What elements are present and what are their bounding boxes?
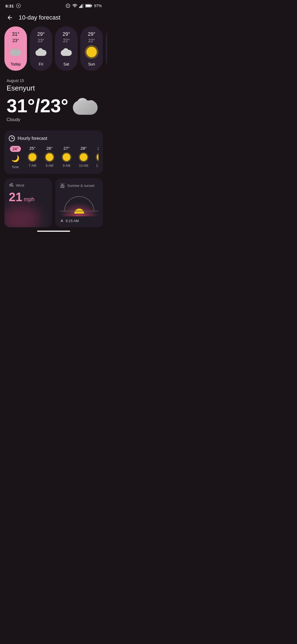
wind-card-header: Wind <box>9 183 48 188</box>
bottom-cards: Wind 21 mph Sunrise & sunset <box>0 178 107 227</box>
day-card-fri[interactable]: 29° 23° Fri <box>30 26 52 71</box>
dnd-icon <box>65 3 70 8</box>
sat-weather-icon <box>60 46 72 58</box>
hourly-scroll[interactable]: 24° 🌙 Now 25° 7 AM 26° 8 AM 27° <box>9 146 98 169</box>
sunrise-time-row: 6:15 AM <box>60 219 98 223</box>
clock-icon <box>9 135 15 141</box>
wind-card-title: Wind <box>16 183 24 187</box>
header: 10-day forecast <box>0 10 107 26</box>
weather-temperature: 31°/23° <box>7 96 68 115</box>
today-high-temp: 31° <box>12 31 19 37</box>
hourly-item-9am: 27° 9 AM <box>60 146 73 169</box>
status-left: 6:31 <box>6 3 21 8</box>
hourly-temp-7am: 25° <box>29 146 36 151</box>
svg-rect-5 <box>81 4 82 8</box>
svg-rect-6 <box>82 4 83 8</box>
hourly-time-11am: 11 AM <box>96 164 98 168</box>
status-bar: 6:31 97% <box>0 0 107 10</box>
sunrise-card: Sunrise & sunset 6:15 AM <box>55 178 103 227</box>
wind-card: Wind 21 mph <box>4 178 52 227</box>
today-day-name: Today <box>10 62 21 66</box>
main-weather-section: August 15 Esenyurt 31°/23° Cloudy <box>0 71 107 130</box>
sunrise-arc-container <box>60 192 98 216</box>
hourly-icon-now: 🌙 <box>11 154 20 163</box>
svg-rect-3 <box>79 7 80 8</box>
sun-high-temp: 29° <box>88 31 95 37</box>
wind-speed-value: 21 <box>9 190 22 204</box>
sunrise-small-icon <box>60 219 64 223</box>
status-right: 97% <box>65 3 102 8</box>
hourly-time-10am: 10 AM <box>79 164 88 168</box>
main-cloud-icon <box>73 97 98 115</box>
horizon-line <box>60 211 98 211</box>
sat-low-temp: 22° <box>63 38 70 43</box>
hourly-temp-8am: 26° <box>46 146 53 151</box>
hourly-time-7am: 7 AM <box>29 164 36 168</box>
hourly-item-now: 24° 🌙 Now <box>9 146 22 169</box>
weather-location: Esenyurt <box>7 84 101 92</box>
hourly-time-9am: 9 AM <box>63 164 70 168</box>
wind-value-display: 21 mph <box>9 191 48 203</box>
hourly-item-11am: 29° 11 AM <box>94 146 98 169</box>
page-title: 10-day forecast <box>19 14 61 21</box>
svg-rect-9 <box>86 5 91 7</box>
fri-weather-icon <box>35 46 47 58</box>
hourly-temp-11am: 29° <box>98 146 98 151</box>
hourly-icon-7am <box>28 153 37 162</box>
fri-high-temp: 29° <box>37 31 45 37</box>
sunrise-time-value: 6:15 AM <box>66 219 79 223</box>
weather-condition: Cloudy <box>7 117 101 122</box>
day-card-sat[interactable]: 29° 22° Sat <box>55 26 78 71</box>
status-time: 6:31 <box>6 4 14 8</box>
hourly-icon-8am <box>45 153 54 162</box>
back-button[interactable] <box>6 13 14 22</box>
fri-day-name: Fri <box>39 62 43 66</box>
hourly-item-7am: 25° 7 AM <box>26 146 39 169</box>
wind-icon <box>9 183 14 188</box>
sun-weather-icon <box>86 46 98 58</box>
sun-day-name: Sun <box>88 62 95 66</box>
hourly-forecast-card: Hourly forecast 24° 🌙 Now 25° 7 AM 26° 8… <box>4 130 103 174</box>
today-weather-icon <box>10 46 22 58</box>
nav-indicator <box>37 231 70 232</box>
day-card-mon[interactable]: 31° 21° Mon <box>106 26 107 71</box>
hourly-icon-9am <box>62 153 71 162</box>
sunrise-icon <box>60 183 65 188</box>
hourly-title: Hourly forecast <box>18 136 47 141</box>
battery-percent: 97% <box>94 4 102 8</box>
svg-point-10 <box>62 184 63 186</box>
hourly-temp-now: 24° <box>10 146 21 152</box>
sunrise-card-title: Sunrise & sunset <box>67 184 94 188</box>
hourly-item-10am: 28° 10 AM <box>77 146 90 169</box>
battery-icon <box>85 4 92 8</box>
svg-point-11 <box>61 220 62 221</box>
hourly-header: Hourly forecast <box>9 135 98 141</box>
moon-icon: 🌙 <box>11 155 20 162</box>
day-card-sun[interactable]: 29° 22° Sun <box>80 26 103 71</box>
day-card-today[interactable]: 31° 23° Today <box>4 26 27 71</box>
nav-bar <box>0 227 107 234</box>
sat-high-temp: 29° <box>62 31 70 37</box>
whatsapp-icon <box>16 3 21 8</box>
svg-rect-4 <box>80 6 81 8</box>
hourly-item-8am: 26° 8 AM <box>43 146 56 169</box>
hourly-icon-11am <box>96 153 98 162</box>
hourly-time-8am: 8 AM <box>46 164 53 168</box>
weather-date: August 15 <box>7 78 101 83</box>
signal-icon <box>79 4 84 8</box>
hourly-temp-10am: 28° <box>81 146 87 151</box>
weather-temp-row: 31°/23° <box>7 96 101 115</box>
wind-unit-label: mph <box>22 196 34 202</box>
wifi-icon <box>72 4 78 8</box>
svg-rect-8 <box>91 5 92 6</box>
hourly-icon-10am <box>79 153 88 162</box>
sat-day-name: Sat <box>63 62 69 66</box>
day-forecast-scroll[interactable]: 31° 23° Today 29° 23° Fri 29° 22° <box>0 26 107 71</box>
hourly-temp-9am: 27° <box>64 146 70 151</box>
today-low-temp: 23° <box>12 38 19 43</box>
sun-low-temp: 22° <box>88 38 95 43</box>
sunrise-card-header: Sunrise & sunset <box>60 183 98 188</box>
hourly-time-now: Now <box>12 165 19 169</box>
back-arrow-icon <box>7 14 13 21</box>
fri-low-temp: 23° <box>38 38 44 43</box>
